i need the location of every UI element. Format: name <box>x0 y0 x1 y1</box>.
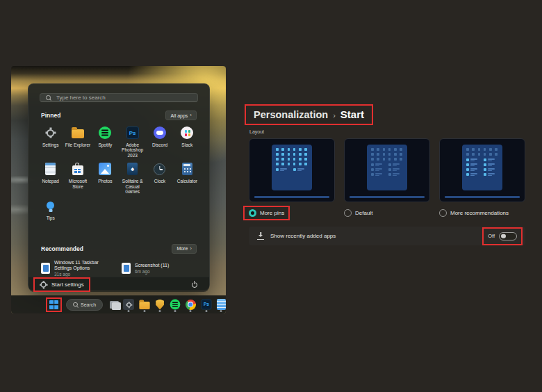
solitaire-icon: ♠ <box>125 161 140 177</box>
taskbar-file-explorer-button[interactable] <box>138 297 151 311</box>
layout-cards <box>249 138 529 202</box>
recommended-items: Windows 11 Taskbar Settings Options 31s … <box>28 259 209 277</box>
recommended-item[interactable]: Windows 11 Taskbar Settings Options 31s … <box>41 260 116 277</box>
option-more-recommendations[interactable]: More recommendations <box>439 209 509 217</box>
layout-card-default[interactable] <box>344 138 430 202</box>
mini-rec-grid <box>276 168 308 171</box>
more-button[interactable]: More › <box>172 244 197 254</box>
icon-part: Ps <box>129 130 136 136</box>
layout-card-more-recommendations[interactable] <box>439 138 525 202</box>
taskbar-search-label: Search <box>81 302 96 307</box>
app-label: Microsoft Store <box>64 179 91 189</box>
icon-part <box>501 234 506 238</box>
icon-part <box>72 165 83 175</box>
page: Pinned All apps › Settings File Explorer <box>0 0 542 392</box>
option-default[interactable]: Default <box>344 209 372 217</box>
pinned-apps-grid: Settings File Explorer Spotify Ps Adobe … <box>28 125 209 227</box>
clock-icon <box>152 161 167 177</box>
pinned-app-solitaire[interactable]: ♠ Solitaire & Casual Games <box>119 161 146 194</box>
store-icon <box>70 161 85 177</box>
radio-icon[interactable] <box>344 209 352 217</box>
pinned-app-file-explorer[interactable]: File Explorer <box>64 125 91 158</box>
search-input[interactable] <box>55 94 192 101</box>
option-more-pins[interactable]: More pins <box>249 209 284 217</box>
app-label: Discord <box>152 142 167 147</box>
start-search-box[interactable] <box>40 93 198 102</box>
option-label: More pins <box>260 210 284 216</box>
icon-part: ♠ <box>127 163 138 175</box>
mini-start-preview <box>272 145 312 190</box>
recommended-item-title: Screenshot (11) <box>135 263 169 268</box>
start-settings-button[interactable]: Start settings <box>40 281 84 288</box>
power-icon[interactable] <box>190 281 198 288</box>
pinned-app-tips[interactable]: Tips <box>37 198 64 227</box>
pinned-app-settings[interactable]: Settings <box>37 125 64 158</box>
gear-icon <box>123 299 134 310</box>
option-label: Default <box>355 210 372 216</box>
taskbar-spotify-button[interactable] <box>169 297 181 311</box>
gear-icon <box>43 125 58 140</box>
start-settings-label: Start settings <box>51 281 84 288</box>
taskbar-task-view-button[interactable] <box>110 297 119 311</box>
pinned-app-clock[interactable]: Clock <box>146 161 173 194</box>
recommended-item-text: Screenshot (11) 6m ago <box>135 263 169 275</box>
icon-part <box>181 126 193 139</box>
all-apps-label: All apps <box>170 113 188 118</box>
document-icon <box>122 263 131 274</box>
lightbulb-icon <box>43 198 58 213</box>
chevron-right-icon: › <box>190 246 192 252</box>
pinned-heading: Pinned <box>41 112 60 119</box>
mini-pin-grid <box>466 148 498 156</box>
icon-part: ♠ <box>131 166 134 172</box>
layout-card-more-pins[interactable] <box>249 138 335 202</box>
recommended-item-title: Windows 11 Taskbar Settings Options <box>54 260 116 270</box>
app-label: Tips <box>47 215 55 220</box>
pinned-app-slack[interactable]: Slack <box>174 125 201 158</box>
settings-panel: Personalization › Start Layout <box>245 104 529 245</box>
notepad-icon <box>217 299 226 310</box>
radio-icon[interactable] <box>249 209 256 217</box>
option-cell: More recommendations <box>439 207 525 220</box>
option-label: More recommendations <box>450 210 509 216</box>
taskbar-photoshop-button[interactable]: Ps <box>200 297 213 311</box>
pinned-section-header: Pinned All apps › <box>41 111 197 120</box>
breadcrumb-personalization[interactable]: Personalization <box>254 109 328 120</box>
app-label: Settings <box>42 142 59 147</box>
pinned-app-spotify[interactable]: Spotify <box>92 125 119 158</box>
pinned-app-photos[interactable]: Photos <box>92 161 119 194</box>
pinned-app-calculator[interactable]: Calculator <box>174 161 201 194</box>
toggle-switch[interactable] <box>499 232 517 240</box>
taskbar-settings-button[interactable] <box>123 297 134 311</box>
slack-icon <box>179 125 195 140</box>
breadcrumb: Personalization › Start <box>254 108 364 120</box>
recommended-item-time: 31s ago <box>54 272 116 277</box>
app-label: Photos <box>98 179 112 183</box>
toggle-row-label: Show recently added apps <box>270 233 336 239</box>
all-apps-button[interactable]: All apps › <box>165 111 197 120</box>
more-label: More <box>176 246 188 251</box>
windows-logo-icon <box>49 300 58 309</box>
taskbar-chrome-button[interactable] <box>186 297 196 311</box>
mini-rec-grid <box>466 158 498 176</box>
start-button[interactable] <box>49 300 58 309</box>
document-icon <box>41 263 50 274</box>
mini-pin-grid <box>276 148 308 165</box>
folder-icon <box>140 301 150 309</box>
mini-taskbar <box>350 196 425 199</box>
windows-stack-icon <box>110 301 119 309</box>
icon-part <box>72 129 84 138</box>
pinned-app-notepad[interactable]: Notepad <box>37 161 64 194</box>
taskbar-security-button[interactable] <box>155 297 164 311</box>
recommended-section-header: Recommended More › <box>41 244 197 254</box>
taskbar-notepad-button[interactable] <box>217 297 226 311</box>
app-label: File Explorer <box>65 142 90 147</box>
mini-start-preview <box>367 145 407 190</box>
radio-icon[interactable] <box>439 209 447 217</box>
start-menu: Pinned All apps › Settings File Explorer <box>28 83 210 291</box>
pinned-app-discord[interactable]: Discord <box>146 125 173 158</box>
pinned-app-photoshop[interactable]: Ps Adobe Photoshop 2023 <box>119 125 146 158</box>
pinned-app-store[interactable]: Microsoft Store <box>64 161 91 194</box>
recommended-item[interactable]: Screenshot (11) 6m ago <box>122 260 197 277</box>
taskbar-search[interactable]: Search <box>66 299 103 311</box>
annotation-box-start-button <box>46 297 62 312</box>
